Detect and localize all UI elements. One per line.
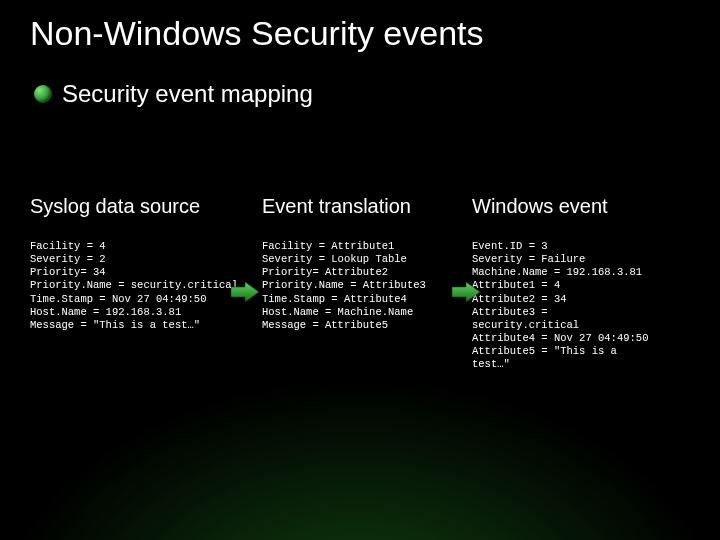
svg-marker-0 (231, 282, 259, 302)
col-head-syslog: Syslog data source (30, 195, 262, 218)
arrow-icon (452, 282, 480, 302)
col-head-translation: Event translation (262, 195, 472, 218)
col-body-windows: Event.ID = 3 Severity = Failure Machine.… (472, 240, 682, 371)
bullet-icon (34, 85, 52, 103)
subtitle-row: Security event mapping (34, 80, 313, 108)
svg-marker-1 (452, 282, 480, 302)
col-windows: Windows event Event.ID = 3 Severity = Fa… (472, 195, 682, 371)
subtitle: Security event mapping (62, 80, 313, 108)
col-translation: Event translation Facility = Attribute1 … (262, 195, 472, 371)
arrow-icon (231, 282, 259, 302)
col-body-translation: Facility = Attribute1 Severity = Lookup … (262, 240, 472, 332)
col-head-windows: Windows event (472, 195, 682, 218)
col-body-syslog: Facility = 4 Severity = 2 Priority= 34 P… (30, 240, 262, 332)
columns: Syslog data source Facility = 4 Severity… (30, 195, 690, 371)
page-title: Non-Windows Security events (30, 14, 484, 53)
col-syslog: Syslog data source Facility = 4 Severity… (30, 195, 262, 371)
